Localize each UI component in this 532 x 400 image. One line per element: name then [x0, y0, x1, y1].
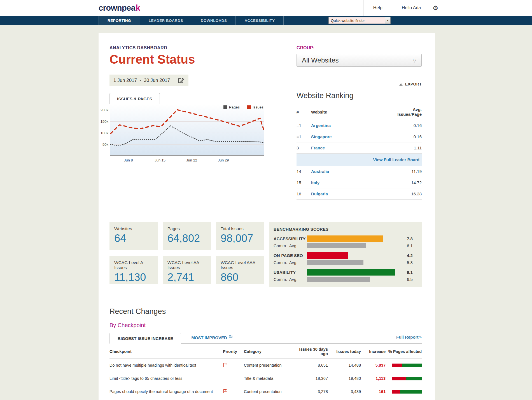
benchmark-score-value: 9.1 — [407, 270, 413, 275]
logo-text: crownpea — [99, 3, 135, 13]
finder-selected-value: Quick website finder — [329, 19, 385, 23]
issues-pages-chart: ISSUES & PAGES Pages Issues 200k150k100k… — [99, 93, 264, 170]
avg-issues-value: 16.28 — [391, 191, 422, 196]
ranking-title: Website Ranking — [297, 91, 422, 100]
stat-value: 64 — [114, 233, 155, 244]
nav-item[interactable]: LEADER BOARDS — [140, 16, 192, 25]
benchmark-group: USABILITY 9.1 Comm. Avg. 6.5 — [274, 269, 416, 282]
stat-value: 98,007 — [221, 233, 262, 244]
checkpoint-row: Limit <title> tags to 65 characters or l… — [109, 372, 422, 385]
increase-value: 1,113 — [361, 376, 386, 381]
pages-affected-bar — [392, 364, 422, 367]
date-range-control[interactable]: 1 Jun 2017 - 30 Jun 2017 — [109, 75, 188, 86]
stat-label: WCAG Level AAA Issues — [221, 260, 262, 270]
checkpoint-header-row: Checkpoint Priority Category Issues 30 d… — [109, 344, 422, 359]
view-full-leader-board-link[interactable]: View Full Leader Board — [297, 154, 422, 166]
community-average-label: Comm. Avg. — [274, 260, 307, 265]
stat-box: WCAG Level AAA Issues 860 — [216, 256, 264, 284]
legend-item: Issues — [247, 105, 263, 109]
website-link[interactable]: Australia — [311, 169, 329, 174]
edit-date-icon[interactable] — [178, 77, 184, 84]
website-link[interactable]: Italy — [311, 180, 319, 185]
website-link[interactable]: Argentina — [311, 123, 331, 128]
nav-item[interactable]: ACCESSIBILITY — [236, 16, 284, 25]
stat-value: 860 — [221, 272, 262, 283]
tab-biggest-issue-increase[interactable]: BIGGEST ISSUE INCREASE — [109, 333, 181, 344]
stat-value: 11,130 — [114, 272, 155, 283]
benchmark-score-value: 7.8 — [407, 236, 413, 241]
benchmark-score-value: 4.2 — [407, 253, 413, 258]
website-link[interactable]: Bulgaria — [311, 191, 328, 196]
benchmarking-panel: BENCHMARKING SCORES ACCESSIBILITY 7.8 Co… — [269, 222, 422, 287]
nav-item[interactable]: REPORTING — [99, 16, 140, 25]
stat-box: Total Issues 98,007 — [216, 222, 264, 250]
double-chevron-icon: » — [419, 334, 422, 340]
pages-affected-bar — [392, 377, 422, 380]
stat-label: Pages — [167, 226, 209, 231]
community-average-value: 5.8 — [407, 260, 413, 265]
help-link[interactable]: Help — [363, 0, 392, 16]
checkpoint-name: Pages should specify the natural languag… — [109, 389, 223, 394]
checkpoint-category: Content presentation — [244, 363, 297, 367]
chevron-down-icon: ▼ — [385, 17, 390, 24]
export-button[interactable]: EXPORT — [399, 82, 422, 86]
nav-item[interactable]: DOWNLOADS — [192, 16, 236, 25]
issues-today: 19,480 — [328, 376, 361, 381]
trend-line-chart: 200k150k100k50kJun 8Jun 15Jun 22Jun 29 — [99, 104, 264, 169]
stat-box: Websites 64 — [109, 222, 158, 250]
top-bar: crownpeak Help Hello Ada ⚙ — [0, 0, 532, 16]
legend-swatch — [247, 105, 251, 109]
benchmark-label: USABILITY — [274, 270, 307, 275]
pages-affected-green — [400, 390, 422, 394]
stat-box: WCAG Level A Issues 11,130 — [109, 256, 158, 284]
rank-value: 16 — [297, 191, 311, 196]
dashboard-card: ANALYTICS DASHBOARD Current Status 1 Jun… — [99, 33, 435, 400]
avg-issues-value: 14.72 — [391, 180, 422, 185]
benchmark-score-bar — [307, 235, 383, 242]
recent-changes-title: Recent Changes — [109, 307, 422, 316]
website-link[interactable]: Singapore — [311, 134, 332, 139]
checkpoint-row: Pages should specify the natural languag… — [109, 385, 422, 398]
community-average-label: Comm. Avg. — [274, 277, 307, 282]
stats-grid: Websites 64 Pages 64,802 Total Issues 98… — [109, 222, 264, 287]
ranking-row: 14 Australia 11.19 — [297, 166, 422, 177]
stat-label: Websites — [114, 226, 155, 231]
main-nav: REPORTINGLEADER BOARDSDOWNLOADSACCESSIBI… — [0, 16, 532, 25]
community-average-bar — [307, 243, 366, 248]
pages-affected-red — [392, 377, 406, 380]
full-report-link-checkpoint[interactable]: Full Report» — [396, 334, 422, 343]
group-selected-value: All Websites — [302, 56, 339, 64]
pages-affected-bar — [392, 390, 422, 394]
avg-issues-value: 11.19 — [391, 169, 422, 174]
by-checkpoint-subtitle: By Checkpoint — [109, 322, 422, 329]
dropdown-arrow-icon: ▽ — [413, 57, 416, 63]
ranking-header-row: # Website Avg. Issues/Page — [297, 104, 422, 120]
benchmarking-title: BENCHMARKING SCORES — [274, 227, 416, 232]
user-menu[interactable]: Hello Ada ⚙ — [392, 0, 448, 16]
benchmark-label: ON-PAGE SEO — [274, 253, 307, 258]
website-ranking-table: # Website Avg. Issues/Page =1 Argentina … — [297, 104, 422, 200]
increase-value: 5,837 — [361, 363, 386, 367]
legend-swatch — [223, 105, 227, 109]
svg-text:Jun 8: Jun 8 — [124, 158, 133, 162]
legend-item: Pages — [223, 105, 240, 109]
quick-website-finder-select[interactable]: Quick website finder ▼ — [328, 17, 391, 24]
group-dropdown[interactable]: All Websites ▽ — [297, 54, 422, 67]
ranking-row: =1 Argentina 0.16 — [297, 120, 422, 131]
website-link[interactable]: France — [311, 145, 325, 150]
pages-affected-red — [392, 390, 400, 394]
tab-issues-and-pages[interactable]: ISSUES & PAGES — [109, 93, 160, 104]
chart-legend: Pages Issues — [223, 105, 263, 109]
rank-value: 15 — [297, 180, 311, 185]
page-title: Current Status — [109, 53, 264, 66]
benchmark-group: ON-PAGE SEO 4.2 Comm. Avg. 5.8 — [274, 252, 416, 265]
benchmark-group: ACCESSIBILITY 7.8 Comm. Avg. 6.1 — [274, 235, 416, 248]
priority-flag-icon — [223, 362, 244, 368]
issues-today: 14,488 — [328, 363, 361, 367]
avg-issues-value: 0.16 — [391, 123, 422, 128]
tab-most-improved[interactable]: MOST IMPROVED — [191, 335, 233, 343]
rank-value: =1 — [297, 123, 311, 128]
date-range-value: 1 Jun 2017 - 30 Jun 2017 — [113, 78, 170, 83]
issues-30-days-ago: 18,367 — [297, 376, 328, 381]
gear-icon[interactable]: ⚙ — [433, 4, 438, 11]
